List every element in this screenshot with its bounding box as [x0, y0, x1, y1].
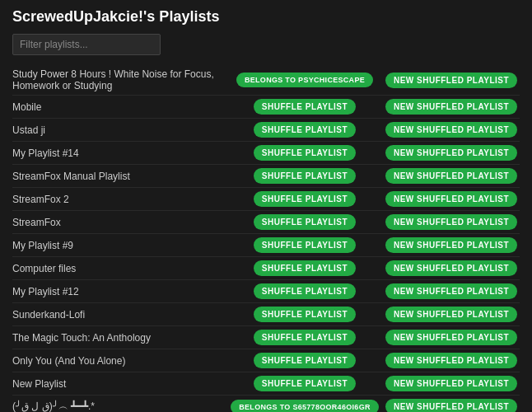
playlist-row: StreamFoxSHUFFLE PLAYLISTNEW SHUFFLED PL… [12, 211, 520, 234]
new-shuffled-playlist-button[interactable]: NEW SHUFFLED PLAYLIST [385, 399, 517, 412]
action1-col: SHUFFLE PLAYLIST [226, 307, 383, 322]
playlist-name: My Playlist #12 [12, 286, 226, 297]
new-shuffled-playlist-button[interactable]: NEW SHUFFLED PLAYLIST [385, 330, 517, 345]
action1-col: SHUFFLE PLAYLIST [226, 353, 383, 368]
new-shuffled-playlist-button[interactable]: NEW SHUFFLED PLAYLIST [385, 283, 517, 299]
shuffle-playlist-button[interactable]: SHUFFLE PLAYLIST [254, 214, 356, 230]
playlist-row: StreamFox 2SHUFFLE PLAYLISTNEW SHUFFLED … [12, 188, 520, 211]
action2-col: NEW SHUFFLED PLAYLIST [383, 376, 520, 391]
shuffle-playlist-button[interactable]: SHUFFLE PLAYLIST [254, 330, 356, 345]
playlist-name: StreamFox [12, 217, 226, 228]
playlist-name: My Playlist #9 [12, 240, 226, 251]
shuffle-playlist-button[interactable]: SHUFFLE PLAYLIST [254, 283, 356, 299]
shuffle-playlist-button[interactable]: SHUFFLE PLAYLIST [254, 376, 356, 391]
playlist-row: Only You (And You Alone)SHUFFLE PLAYLIST… [12, 349, 520, 372]
action2-col: NEW SHUFFLED PLAYLIST [383, 283, 520, 299]
playlist-name: StreamFox 2 [12, 194, 226, 205]
action1-col: SHUFFLE PLAYLIST [226, 99, 383, 115]
playlist-row: My Playlist #12SHUFFLE PLAYLISTNEW SHUFF… [12, 280, 520, 303]
action1-col: SHUFFLE PLAYLIST [226, 122, 383, 138]
new-shuffled-playlist-button[interactable]: NEW SHUFFLED PLAYLIST [385, 145, 517, 161]
playlist-name: Ustad ji [12, 124, 226, 136]
new-shuffled-playlist-button[interactable]: NEW SHUFFLED PLAYLIST [385, 99, 517, 115]
playlist-row: The Magic Touch: An AnthologySHUFFLE PLA… [12, 326, 520, 349]
new-shuffled-playlist-button[interactable]: NEW SHUFFLED PLAYLIST [385, 168, 517, 184]
new-shuffled-playlist-button[interactable]: NEW SHUFFLED PLAYLIST [385, 191, 517, 207]
playlist-name: (╯ق ل ق)╯︵ ┻━┻.* [12, 400, 226, 412]
playlist-name: The Magic Touch: An Anthology [12, 332, 226, 344]
action1-col: SHUFFLE PLAYLIST [226, 283, 383, 299]
playlist-row: My Playlist #14SHUFFLE PLAYLISTNEW SHUFF… [12, 142, 520, 165]
playlist-row: Study Power 8 Hours ! White Noise for Fo… [12, 65, 520, 96]
action1-col: SHUFFLE PLAYLIST [226, 330, 383, 345]
action2-col: NEW SHUFFLED PLAYLIST [383, 122, 520, 138]
belongs-to-button[interactable]: BELONGS TO S65778OOR46OI6GR [231, 400, 379, 413]
action2-col: NEW SHUFFLED PLAYLIST [383, 214, 520, 230]
playlist-row: (╯ق ل ق)╯︵ ┻━┻.*BELONGS TO S65778OOR46OI… [12, 396, 520, 412]
playlist-row: MobileSHUFFLE PLAYLISTNEW SHUFFLED PLAYL… [12, 96, 520, 119]
new-shuffled-playlist-button[interactable]: NEW SHUFFLED PLAYLIST [385, 376, 517, 391]
main-container: ScrewedUpJakcie!'s Playlists Study Power… [0, 0, 532, 412]
action2-col: NEW SHUFFLED PLAYLIST [383, 399, 520, 412]
shuffle-playlist-button[interactable]: SHUFFLE PLAYLIST [254, 237, 356, 253]
action2-col: NEW SHUFFLED PLAYLIST [383, 330, 520, 345]
playlist-row: Sunderkand-LofiSHUFFLE PLAYLISTNEW SHUFF… [12, 303, 520, 326]
action1-col: SHUFFLE PLAYLIST [226, 376, 383, 391]
playlist-name: My Playlist #14 [12, 147, 226, 159]
playlist-row: Ustad jiSHUFFLE PLAYLISTNEW SHUFFLED PLA… [12, 119, 520, 142]
playlist-name: Study Power 8 Hours ! White Noise for Fo… [12, 68, 226, 91]
action1-col: SHUFFLE PLAYLIST [226, 237, 383, 253]
playlist-row: New PlaylistSHUFFLE PLAYLISTNEW SHUFFLED… [12, 372, 520, 396]
action1-col: SHUFFLE PLAYLIST [226, 168, 383, 184]
action1-col: SHUFFLE PLAYLIST [226, 145, 383, 161]
playlist-list: Study Power 8 Hours ! White Noise for Fo… [12, 65, 520, 412]
action1-col: SHUFFLE PLAYLIST [226, 214, 383, 230]
action1-col: BELONGS TO PSYCHICESCAPE [226, 73, 383, 87]
action1-col: BELONGS TO S65778OOR46OI6GR [226, 400, 383, 413]
new-shuffled-playlist-button[interactable]: NEW SHUFFLED PLAYLIST [385, 353, 517, 368]
playlist-row: StreamFox Manual PlaylistSHUFFLE PLAYLIS… [12, 165, 520, 188]
playlist-row: My Playlist #9SHUFFLE PLAYLISTNEW SHUFFL… [12, 234, 520, 257]
action2-col: NEW SHUFFLED PLAYLIST [383, 191, 520, 207]
playlist-row: Computer filesSHUFFLE PLAYLISTNEW SHUFFL… [12, 257, 520, 280]
shuffle-playlist-button[interactable]: SHUFFLE PLAYLIST [254, 99, 356, 115]
shuffle-playlist-button[interactable]: SHUFFLE PLAYLIST [254, 353, 356, 368]
action2-col: NEW SHUFFLED PLAYLIST [383, 168, 520, 184]
search-input[interactable] [12, 34, 161, 55]
shuffle-playlist-button[interactable]: SHUFFLE PLAYLIST [254, 168, 356, 184]
action2-col: NEW SHUFFLED PLAYLIST [383, 353, 520, 368]
playlist-name: StreamFox Manual Playlist [12, 171, 226, 182]
shuffle-playlist-button[interactable]: SHUFFLE PLAYLIST [254, 307, 356, 322]
action2-col: NEW SHUFFLED PLAYLIST [383, 260, 520, 276]
action1-col: SHUFFLE PLAYLIST [226, 191, 383, 207]
shuffle-playlist-button[interactable]: SHUFFLE PLAYLIST [254, 260, 356, 276]
action2-col: NEW SHUFFLED PLAYLIST [383, 73, 520, 88]
playlist-name: Only You (And You Alone) [12, 355, 226, 367]
shuffle-playlist-button[interactable]: SHUFFLE PLAYLIST [254, 191, 356, 207]
new-shuffled-playlist-button[interactable]: NEW SHUFFLED PLAYLIST [385, 237, 517, 253]
belongs-to-button[interactable]: BELONGS TO PSYCHICESCAPE [236, 73, 373, 87]
new-shuffled-playlist-button[interactable]: NEW SHUFFLED PLAYLIST [385, 214, 517, 230]
shuffle-playlist-button[interactable]: SHUFFLE PLAYLIST [254, 145, 356, 161]
playlist-name: Computer files [12, 263, 226, 274]
action2-col: NEW SHUFFLED PLAYLIST [383, 237, 520, 253]
playlist-name: Sunderkand-Lofi [12, 309, 226, 321]
new-shuffled-playlist-button[interactable]: NEW SHUFFLED PLAYLIST [385, 307, 517, 322]
action2-col: NEW SHUFFLED PLAYLIST [383, 99, 520, 115]
action2-col: NEW SHUFFLED PLAYLIST [383, 145, 520, 161]
action1-col: SHUFFLE PLAYLIST [226, 260, 383, 276]
page-title: ScrewedUpJakcie!'s Playlists [12, 8, 520, 26]
playlist-name: New Playlist [12, 378, 226, 390]
new-shuffled-playlist-button[interactable]: NEW SHUFFLED PLAYLIST [385, 260, 517, 276]
action2-col: NEW SHUFFLED PLAYLIST [383, 307, 520, 322]
new-shuffled-playlist-button[interactable]: NEW SHUFFLED PLAYLIST [385, 73, 517, 88]
playlist-name: Mobile [12, 101, 226, 113]
shuffle-playlist-button[interactable]: SHUFFLE PLAYLIST [254, 122, 356, 138]
new-shuffled-playlist-button[interactable]: NEW SHUFFLED PLAYLIST [385, 122, 517, 138]
